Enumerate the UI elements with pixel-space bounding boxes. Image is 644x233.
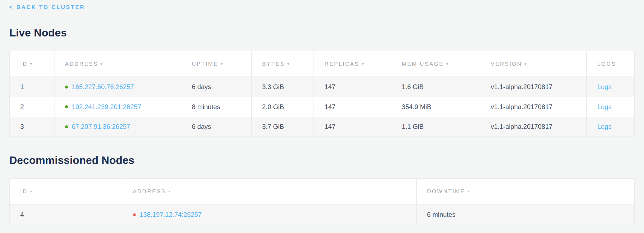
column-header-id[interactable]: ID▾ [10,51,54,77]
node-mem-usage-cell: 1.6 GiB [391,77,480,97]
column-header-version[interactable]: VERSION▾ [480,51,586,77]
table-row: 4 138.197.12.74:26257 6 minutes [10,204,634,225]
sort-icon: ▾ [525,62,528,66]
sort-icon: ▾ [168,189,171,194]
table-row: 1 165.227.60.76:26257 6 days 3.3 GiB 147… [10,77,634,97]
logs-link[interactable]: Logs [597,123,611,130]
column-header-address[interactable]: ADDRESS▾ [122,178,416,204]
back-to-cluster-link[interactable]: <BACK TO CLUSTER [9,4,85,10]
decommissioned-nodes-title: Decommissioned Nodes [9,154,635,166]
node-id-cell: 4 [10,204,122,225]
node-address-cell: 138.197.12.74:26257 [122,204,416,225]
decommissioned-nodes-table: ID▾ ADDRESS▾ DOWNTIME▾ 4 138.197.12.74:2… [9,178,635,225]
table-row: 3 67.207.91.36:26257 6 days 3.7 GiB 147 … [10,117,634,137]
node-bytes-cell: 3.7 GiB [251,117,314,137]
page-container: <BACK TO CLUSTER Live Nodes ID▾ ADDRESS▾… [0,0,644,225]
back-chevron-icon: < [9,4,14,10]
node-address-link[interactable]: 138.197.12.74:26257 [140,211,202,218]
sort-icon: ▾ [446,62,449,66]
node-version-cell: v1.1-alpha.20170817 [480,117,586,137]
node-logs-cell: Logs [586,77,634,97]
node-version-cell: v1.1-alpha.20170817 [480,77,586,97]
live-nodes-header-row: ID▾ ADDRESS▾ UPTIME▾ BYTES▾ REPLICAS▾ ME… [10,51,634,77]
node-address-link[interactable]: 67.207.91.36:26257 [72,123,130,130]
sort-icon: ▾ [362,62,365,66]
node-replicas-cell: 147 [314,117,391,137]
node-address-cell: 192.241.239.201:26257 [54,97,181,117]
node-version-cell: v1.1-alpha.20170817 [480,97,586,117]
decommissioned-header-row: ID▾ ADDRESS▾ DOWNTIME▾ [10,178,634,204]
node-logs-cell: Logs [586,117,634,137]
column-header-logs: LOGS [586,51,634,77]
column-header-downtime[interactable]: DOWNTIME▾ [416,178,634,204]
node-live-status-dot-icon [65,105,68,108]
table-row: 2 192.241.239.201:26257 8 minutes 2.0 Gi… [10,97,634,117]
node-address-link[interactable]: 165.227.60.76:26257 [72,83,134,91]
node-decommissioned-status-dot-icon [133,213,136,216]
node-bytes-cell: 2.0 GiB [251,97,314,117]
sort-icon: ▾ [30,62,33,66]
node-logs-cell: Logs [586,97,634,117]
live-nodes-title: Live Nodes [9,27,635,39]
logs-link[interactable]: Logs [597,83,611,90]
column-header-bytes[interactable]: BYTES▾ [251,51,314,77]
column-header-uptime[interactable]: UPTIME▾ [181,51,251,77]
node-mem-usage-cell: 354.9 MiB [391,97,480,117]
node-address-link[interactable]: 192.241.239.201:26257 [72,103,141,111]
live-nodes-table: ID▾ ADDRESS▾ UPTIME▾ BYTES▾ REPLICAS▾ ME… [9,51,635,137]
column-header-address[interactable]: ADDRESS▾ [54,51,181,77]
node-uptime-cell: 6 days [181,117,251,137]
sort-icon: ▾ [100,62,104,66]
node-uptime-cell: 8 minutes [181,97,251,117]
sort-icon: ▾ [30,189,33,194]
column-header-id[interactable]: ID▾ [10,178,122,204]
node-live-status-dot-icon [65,86,68,89]
back-link-label: BACK TO CLUSTER [16,4,85,10]
sort-icon: ▾ [287,62,290,66]
node-id-cell: 3 [10,117,54,137]
column-header-mem-usage[interactable]: MEM USAGE▾ [391,51,480,77]
sort-icon: ▾ [221,62,224,66]
node-live-status-dot-icon [65,125,68,128]
node-downtime-cell: 6 minutes [416,204,634,225]
node-uptime-cell: 6 days [181,77,251,97]
node-address-cell: 67.207.91.36:26257 [54,117,181,137]
column-header-replicas[interactable]: REPLICAS▾ [314,51,391,77]
node-mem-usage-cell: 1.1 GiB [391,117,480,137]
node-replicas-cell: 147 [314,77,391,97]
node-address-cell: 165.227.60.76:26257 [54,77,181,97]
sort-icon: ▾ [468,189,471,194]
node-id-cell: 1 [10,77,54,97]
node-replicas-cell: 147 [314,97,391,117]
logs-link[interactable]: Logs [597,103,611,110]
node-bytes-cell: 3.3 GiB [251,77,314,97]
node-id-cell: 2 [10,97,54,117]
